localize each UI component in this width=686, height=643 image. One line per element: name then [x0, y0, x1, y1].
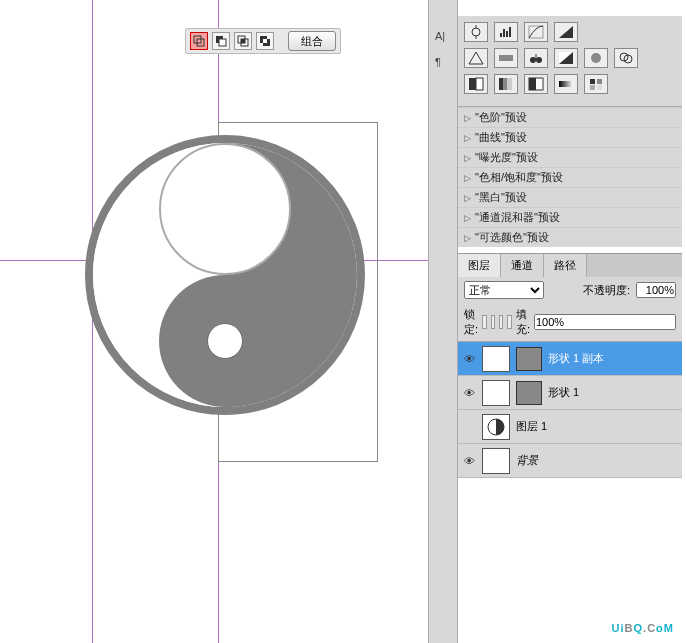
svg-rect-33	[590, 79, 595, 84]
layer-row[interactable]: 👁 形状 1 副本	[458, 342, 682, 376]
canvas-area[interactable]: 组合	[0, 0, 428, 643]
adjustments-panel	[458, 16, 682, 107]
lock-label: 锁定:	[464, 307, 478, 337]
layer-thumbnail[interactable]	[482, 346, 510, 372]
watermark: UiBQ.CoM	[612, 614, 674, 637]
tab-channels[interactable]: 通道	[501, 254, 544, 277]
layer-thumbnail[interactable]	[482, 414, 510, 440]
exposure-icon[interactable]	[554, 22, 578, 42]
curves-icon[interactable]	[524, 22, 548, 42]
preset-exposure[interactable]: ▷"曝光度"预设	[458, 147, 682, 167]
pathfinder-toolbar: 组合	[185, 28, 341, 54]
svg-rect-6	[241, 39, 245, 43]
layer-name: 图层 1	[516, 419, 547, 434]
layers-list: 👁 形状 1 副本 👁 形状 1 图层 1 👁 背景	[458, 342, 682, 478]
layer-name: 形状 1	[548, 385, 579, 400]
threshold-icon[interactable]	[524, 74, 548, 94]
svg-point-20	[536, 57, 542, 63]
svg-rect-34	[597, 79, 602, 84]
character-panel-icon[interactable]: A|	[435, 30, 451, 46]
black-white-icon[interactable]	[554, 48, 578, 68]
tab-layers[interactable]: 图层	[458, 254, 501, 277]
svg-rect-18	[499, 55, 513, 61]
svg-rect-14	[503, 29, 505, 37]
lock-row: 锁定: 填充:	[458, 303, 682, 342]
svg-rect-9	[263, 39, 267, 43]
visibility-icon[interactable]: 👁	[462, 353, 476, 365]
svg-point-19	[530, 57, 536, 63]
channel-mixer-icon[interactable]	[614, 48, 638, 68]
gradient-map-icon[interactable]	[554, 74, 578, 94]
pathfinder-subtract-button[interactable]	[212, 32, 230, 50]
paragraph-panel-icon[interactable]: ¶	[435, 56, 451, 72]
svg-rect-15	[506, 31, 508, 37]
opacity-label: 不透明度:	[583, 283, 630, 298]
lock-pixels-icon[interactable]	[491, 315, 495, 329]
lock-transparency-icon[interactable]	[482, 315, 486, 329]
preset-channel-mixer[interactable]: ▷"通道混和器"预设	[458, 207, 682, 227]
layer-name: 背景	[516, 453, 538, 468]
layer-row[interactable]: 图层 1	[458, 410, 682, 444]
presets-list: ▷"色阶"预设 ▷"曲线"预设 ▷"曝光度"预设 ▷"色相/饱和度"预设 ▷"黑…	[458, 107, 682, 247]
panel-dock: A| ¶	[428, 0, 458, 643]
svg-rect-32	[559, 81, 573, 87]
svg-rect-17	[529, 26, 543, 38]
vibrance-icon[interactable]	[464, 48, 488, 68]
blend-mode-row: 正常 不透明度:	[458, 277, 682, 303]
svg-rect-16	[509, 27, 511, 37]
layer-name: 形状 1 副本	[548, 351, 604, 366]
visibility-icon[interactable]	[462, 421, 476, 433]
visibility-icon[interactable]: 👁	[462, 455, 476, 467]
svg-rect-27	[476, 78, 483, 90]
pathfinder-unite-button[interactable]	[190, 32, 208, 50]
lock-all-icon[interactable]	[507, 315, 511, 329]
preset-curves[interactable]: ▷"曲线"预设	[458, 127, 682, 147]
right-panels: ▷"色阶"预设 ▷"曲线"预设 ▷"曝光度"预设 ▷"色相/饱和度"预设 ▷"黑…	[458, 16, 682, 478]
invert-icon[interactable]	[464, 74, 488, 94]
tab-paths[interactable]: 路径	[544, 254, 587, 277]
preset-bw[interactable]: ▷"黑白"预设	[458, 187, 682, 207]
photo-filter-icon[interactable]	[584, 48, 608, 68]
panel-tabs: 图层 通道 路径	[458, 253, 682, 277]
vector-mask-thumbnail[interactable]	[516, 347, 542, 371]
color-balance-icon[interactable]	[524, 48, 548, 68]
fill-input[interactable]	[534, 314, 676, 330]
layer-thumbnail[interactable]	[482, 448, 510, 474]
svg-point-23	[591, 53, 601, 63]
svg-rect-3	[219, 39, 226, 46]
blend-mode-select[interactable]: 正常	[464, 281, 544, 299]
vector-mask-thumbnail[interactable]	[516, 381, 542, 405]
layer-row[interactable]: 👁 形状 1	[458, 376, 682, 410]
lock-position-icon[interactable]	[499, 315, 503, 329]
posterize-icon[interactable]	[494, 74, 518, 94]
svg-rect-36	[597, 85, 602, 90]
preset-levels[interactable]: ▷"色阶"预设	[458, 107, 682, 127]
svg-rect-26	[469, 78, 476, 90]
layer-thumbnail[interactable]	[482, 380, 510, 406]
combine-button[interactable]: 组合	[288, 31, 336, 51]
hue-saturation-icon[interactable]	[494, 48, 518, 68]
visibility-icon[interactable]: 👁	[462, 387, 476, 399]
svg-rect-13	[500, 33, 502, 37]
svg-rect-28	[499, 78, 503, 90]
preset-selective-color[interactable]: ▷"可选颜色"预设	[458, 227, 682, 247]
yinyang-shape[interactable]	[85, 135, 365, 415]
svg-rect-29	[503, 78, 507, 90]
preset-hue-sat[interactable]: ▷"色相/饱和度"预设	[458, 167, 682, 187]
fill-label: 填充:	[516, 307, 530, 337]
pathfinder-exclude-button[interactable]	[256, 32, 274, 50]
svg-point-10	[472, 28, 480, 36]
levels-icon[interactable]	[494, 22, 518, 42]
svg-rect-30	[507, 78, 512, 90]
selective-color-icon[interactable]	[584, 74, 608, 94]
pathfinder-intersect-button[interactable]	[234, 32, 252, 50]
svg-rect-35	[590, 85, 595, 90]
layer-row[interactable]: 👁 背景	[458, 444, 682, 478]
opacity-input[interactable]	[636, 282, 676, 298]
brightness-contrast-icon[interactable]	[464, 22, 488, 42]
